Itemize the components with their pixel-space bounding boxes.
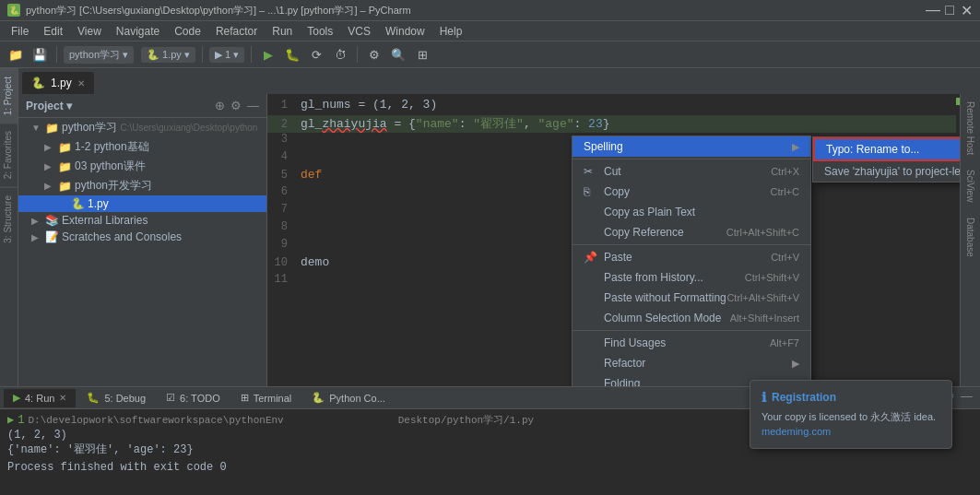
spelling-arrow-icon: ▶ xyxy=(792,141,799,153)
cut-label: Cut xyxy=(604,165,621,178)
project-dropdown[interactable]: python学习 ▾ xyxy=(64,46,134,64)
registration-popup: ℹ Registration Your copy is licensed to … xyxy=(750,380,952,449)
ctx-paste[interactable]: 📌 Paste Ctrl+V xyxy=(573,247,810,267)
menu-edit[interactable]: Edit xyxy=(36,23,70,40)
ctx-spelling[interactable]: Spelling ▶ Typo: Rename to... Save 'zhai… xyxy=(573,136,810,157)
right-sidebar: Remote Host SciView Database xyxy=(960,94,980,386)
debug-button[interactable]: 🐛 xyxy=(282,44,302,65)
panel-minimize-icon[interactable]: — xyxy=(961,389,973,403)
tree-settings-icon[interactable]: ⊕ xyxy=(215,99,225,112)
tree-item-root[interactable]: ▼ 📁 python学习 C:\Users\guxiang\Desktop\py… xyxy=(18,118,266,137)
reg-link[interactable]: medeming.com xyxy=(762,426,831,437)
branch-arrow-icon: ▾ xyxy=(233,49,239,61)
ctx-copy-plain[interactable]: Copy as Plain Text xyxy=(573,202,810,222)
copy-label: Copy xyxy=(604,185,630,198)
minimize-button[interactable]: — xyxy=(927,4,939,17)
ctx-cut[interactable]: ✂ Cut Ctrl+X xyxy=(573,161,810,182)
toolbar-save[interactable]: 💾 xyxy=(30,44,50,65)
tab-project[interactable]: 1: Project xyxy=(0,68,18,123)
panel-tab-python[interactable]: 🐍 Python Co... xyxy=(302,389,395,407)
tree-item-basics[interactable]: ▶ 📁 1-2 python基础 xyxy=(18,137,266,157)
tree-item-course[interactable]: ▶ 📁 03 python课件 xyxy=(18,157,266,176)
coverage-button[interactable]: ⟳ xyxy=(306,44,326,65)
python-tab-label: Python Co... xyxy=(329,393,385,404)
panel-tab-todo[interactable]: ☑ 6: TODO xyxy=(157,389,230,407)
database-tab[interactable]: Database xyxy=(963,214,977,261)
copy-ref-shortcut: Ctrl+Alt+Shift+C xyxy=(726,227,799,238)
ctx-find-usages[interactable]: Find Usages Alt+F7 xyxy=(573,333,810,353)
col-select-shortcut: Alt+Shift+Insert xyxy=(730,312,799,324)
menu-tools[interactable]: Tools xyxy=(300,23,340,40)
tree-item-scratches[interactable]: ▶ 📝 Scratches and Consoles xyxy=(18,229,266,245)
ctx-save-dict[interactable]: Save 'zhaiyujia' to project-level dictio… xyxy=(813,161,960,182)
ctx-paste-noformat[interactable]: Paste without Formatting Ctrl+Alt+Shift+… xyxy=(573,288,810,308)
paste-noformat-label: Paste without Formatting xyxy=(604,291,726,304)
find-usages-shortcut: Alt+F7 xyxy=(770,337,799,348)
tab-close-icon[interactable]: ✕ xyxy=(77,78,85,88)
tab-1py[interactable]: 🐍 1.py ✕ xyxy=(22,72,94,94)
refactor-label: Refactor xyxy=(604,357,645,370)
run-tab-label: 4: Run xyxy=(25,393,54,404)
menu-help[interactable]: Help xyxy=(432,23,470,40)
tree-course-label: 03 python课件 xyxy=(75,159,146,174)
tab-label: 1.py xyxy=(51,77,72,89)
menu-view[interactable]: View xyxy=(70,23,109,40)
tree-root-label: python学习 C:\Users\guxiang\Desktop\python xyxy=(62,120,257,136)
panel-tab-debug[interactable]: 🐛 5: Debug xyxy=(77,389,155,407)
ctx-paste-history[interactable]: Paste from History... Ctrl+Shift+V xyxy=(573,267,810,288)
maximize-button[interactable]: □ xyxy=(943,4,956,17)
remote-host-tab[interactable]: Remote Host xyxy=(963,98,977,159)
ctx-copy[interactable]: ⎘ Copy Ctrl+C xyxy=(573,182,810,202)
close-button[interactable]: ✕ xyxy=(960,4,973,17)
copy-icon: ⎘ xyxy=(584,185,596,198)
app-window: 🐍 python学习 [C:\Users\guxiang\Desktop\pyt… xyxy=(0,0,980,495)
menu-run[interactable]: Run xyxy=(265,23,300,40)
reg-info-icon: ℹ xyxy=(762,390,766,405)
paste-shortcut: Ctrl+V xyxy=(771,252,799,263)
ctx-typo-rename[interactable]: Typo: Rename to... xyxy=(813,137,960,161)
menu-navigate[interactable]: Navigate xyxy=(109,23,167,40)
ctx-col-select[interactable]: Column Selection Mode Alt+Shift+Insert xyxy=(573,308,810,328)
file-dropdown[interactable]: 🐍 1.py ▾ xyxy=(141,47,195,63)
ctx-copy-ref[interactable]: Copy Reference Ctrl+Alt+Shift+C xyxy=(573,222,810,242)
profile-button[interactable]: ⏱ xyxy=(330,44,350,65)
debug-tab-label: 5: Debug xyxy=(104,393,146,404)
find-usages-label: Find Usages xyxy=(604,336,666,349)
copy-ref-label: Copy Reference xyxy=(604,226,684,239)
tree-gear-icon[interactable]: ⚙ xyxy=(230,99,242,112)
panel-tab-terminal[interactable]: ⊞ Terminal xyxy=(231,389,301,407)
copy-shortcut: Ctrl+C xyxy=(771,186,799,197)
menu-code[interactable]: Code xyxy=(167,23,208,40)
spelling-submenu: Typo: Rename to... Save 'zhaiyujia' to p… xyxy=(812,136,960,183)
paste-history-label: Paste from History... xyxy=(604,271,703,284)
tree-dev-label: python开发学习 xyxy=(75,178,152,194)
tree-item-1py[interactable]: 🐍 1.py xyxy=(18,195,266,212)
tree-collapse-icon[interactable]: — xyxy=(247,99,259,112)
refactor-arrow-icon: ▶ xyxy=(792,358,799,370)
branch-selector[interactable]: ▶ 1 ▾ xyxy=(209,47,244,63)
panel-tab-run[interactable]: ▶ 4: Run ✕ xyxy=(4,389,76,407)
tree-item-external[interactable]: ▶ 📚 External Libraries xyxy=(18,212,266,229)
run-button[interactable]: ▶ xyxy=(258,44,278,65)
sciview-tab[interactable]: SciView xyxy=(963,166,977,206)
menu-window[interactable]: Window xyxy=(378,23,432,40)
menubar: File Edit View Navigate Code Refactor Ru… xyxy=(0,20,980,41)
ctx-refactor[interactable]: Refactor ▶ xyxy=(573,353,810,373)
search-button[interactable]: 🔍 xyxy=(388,44,408,65)
find-action[interactable]: ⊞ xyxy=(412,44,432,65)
editor[interactable]: 1gl_nums = (1, 2, 3) 2gl_zhaiyujia = {"n… xyxy=(267,94,960,386)
panel-desktop-path: Desktop/python学习/1.py xyxy=(398,413,534,427)
panel-run-path: D:\developwork\softwareworkspace\pythonE… xyxy=(28,415,283,426)
tab-file-icon: 🐍 xyxy=(31,77,45,89)
menu-refactor[interactable]: Refactor xyxy=(208,23,265,40)
tree-scratches-label: Scratches and Consoles xyxy=(62,230,182,243)
settings-button[interactable]: ⚙ xyxy=(364,44,384,65)
menu-vcs[interactable]: VCS xyxy=(340,23,378,40)
menu-file[interactable]: File xyxy=(4,23,36,40)
toolbar-open[interactable]: 📁 xyxy=(6,44,26,65)
tree-item-dev[interactable]: ▶ 📁 python开发学习 xyxy=(18,176,266,195)
run-tab-close-icon[interactable]: ✕ xyxy=(59,393,66,403)
tab-favorites[interactable]: 2: Favorites xyxy=(0,123,18,186)
terminal-tab-label: Terminal xyxy=(254,393,292,404)
tab-structure[interactable]: 3: Structure xyxy=(0,187,18,251)
